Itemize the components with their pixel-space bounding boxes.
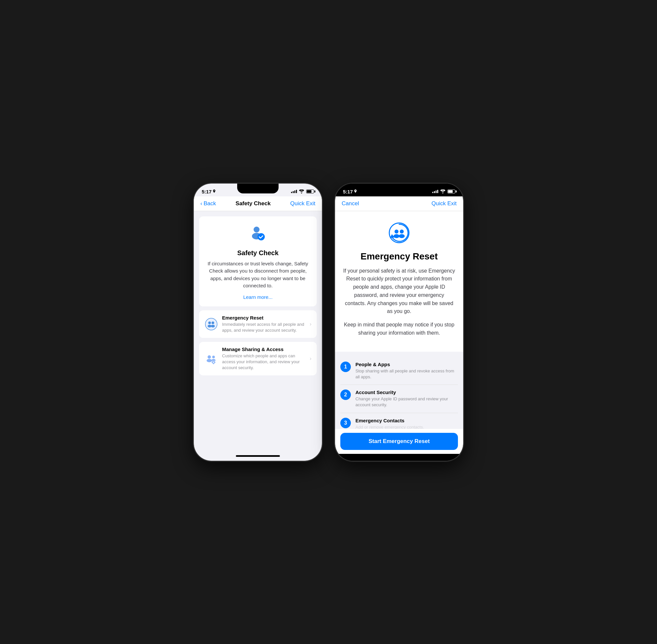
manage-sharing-card[interactable]: Manage Sharing & Access Customize which … xyxy=(199,342,317,376)
status-icons-right xyxy=(432,189,455,193)
notch-left xyxy=(237,184,278,193)
emergency-note: Keep in mind that people may notice if y… xyxy=(343,321,455,337)
hero-card: Safety Check If circumstances or trust l… xyxy=(199,216,317,306)
step-number-3: 3 xyxy=(340,418,351,428)
nav-bar-left: ‹ Back Safety Check Quick Exit xyxy=(194,197,322,211)
emergency-reset-chevron: › xyxy=(310,321,312,327)
step-item-2: 2 Account Security Change your Apple ID … xyxy=(340,385,458,413)
content-left: Safety Check If circumstances or trust l… xyxy=(194,211,322,453)
svg-point-2 xyxy=(257,233,265,240)
quick-exit-button-left[interactable]: Quick Exit xyxy=(290,200,315,207)
back-button[interactable]: ‹ Back xyxy=(200,200,216,207)
svg-rect-14 xyxy=(213,360,214,361)
steps-section: 1 People & Apps Stop sharing with all pe… xyxy=(335,352,463,429)
hero-description: If circumstances or trust levels change,… xyxy=(206,260,310,290)
svg-rect-16 xyxy=(211,362,212,363)
svg-point-9 xyxy=(207,359,212,362)
emergency-reset-icon xyxy=(204,317,218,331)
svg-point-10 xyxy=(212,356,215,358)
svg-rect-17 xyxy=(214,362,216,363)
manage-sharing-text: Manage Sharing & Access Customize which … xyxy=(222,346,306,371)
battery-icon-right xyxy=(448,189,455,193)
step-text-1: People & Apps Stop sharing with all peop… xyxy=(356,362,458,380)
svg-point-22 xyxy=(400,230,404,233)
bottom-bar: Start Emergency Reset xyxy=(335,429,463,454)
manage-sharing-chevron: › xyxy=(310,356,312,362)
emergency-description: If your personal safety is at risk, use … xyxy=(343,267,455,316)
step-number-1: 1 xyxy=(340,362,351,372)
wifi-icon-right xyxy=(440,189,446,193)
status-icons-left xyxy=(291,189,314,193)
time-left: 5:17 xyxy=(202,189,216,194)
manage-sharing-icon xyxy=(204,352,218,366)
svg-point-13 xyxy=(213,362,214,363)
home-indicator-left xyxy=(236,455,280,457)
location-icon-left xyxy=(212,189,216,193)
step-text-3: Emergency Contacts Add or remove emergen… xyxy=(356,418,424,429)
hero-title: Safety Check xyxy=(206,249,310,257)
start-emergency-reset-button[interactable]: Start Emergency Reset xyxy=(340,433,458,450)
notch-right xyxy=(379,184,420,193)
phone-right: 5:17 xyxy=(335,184,463,461)
emergency-reset-icon-large xyxy=(387,221,411,245)
emergency-reset-item[interactable]: Emergency Reset Immediately reset access… xyxy=(199,310,317,338)
signal-icon-right xyxy=(432,190,438,193)
location-icon-right xyxy=(354,189,357,193)
emergency-content: Emergency Reset If your personal safety … xyxy=(335,211,463,429)
manage-sharing-item[interactable]: Manage Sharing & Access Customize which … xyxy=(199,342,317,376)
step-item-3: 3 Emergency Contacts Add or remove emerg… xyxy=(340,413,458,429)
svg-point-18 xyxy=(389,223,409,243)
svg-point-23 xyxy=(399,234,405,238)
time-right: 5:17 xyxy=(343,189,357,194)
battery-icon-left xyxy=(306,189,314,193)
emergency-hero: Emergency Reset If your personal safety … xyxy=(335,211,463,352)
step-number-2: 2 xyxy=(340,390,351,400)
svg-rect-15 xyxy=(213,363,214,364)
svg-point-0 xyxy=(254,227,259,232)
svg-point-7 xyxy=(211,325,215,327)
nav-bar-right: Cancel Quick Exit xyxy=(335,197,463,211)
safety-check-icon xyxy=(248,224,268,244)
svg-point-4 xyxy=(208,322,211,324)
home-indicator-right xyxy=(377,457,421,458)
svg-point-21 xyxy=(393,234,400,238)
phone-left: 5:17 xyxy=(194,184,322,461)
wifi-svg-left xyxy=(299,189,304,193)
screen-left: 5:17 xyxy=(194,184,322,461)
step-item-1: 1 People & Apps Stop sharing with all pe… xyxy=(340,357,458,385)
screen-right: 5:17 xyxy=(335,184,463,461)
svg-point-20 xyxy=(394,230,399,233)
cancel-button[interactable]: Cancel xyxy=(342,200,359,207)
emergency-reset-card[interactable]: Emergency Reset Immediately reset access… xyxy=(199,310,317,338)
quick-exit-button-right[interactable]: Quick Exit xyxy=(431,200,457,207)
signal-icon-left xyxy=(291,190,297,193)
svg-point-3 xyxy=(205,318,217,330)
learn-more-link[interactable]: Learn more... xyxy=(206,294,310,300)
svg-point-8 xyxy=(208,355,211,359)
wifi-icon-left xyxy=(299,189,304,193)
emergency-title: Emergency Reset xyxy=(343,251,455,262)
step-text-2: Account Security Change your Apple ID pa… xyxy=(356,390,458,408)
emergency-reset-text: Emergency Reset Immediately reset access… xyxy=(222,315,306,333)
svg-point-6 xyxy=(211,322,214,324)
page-title-left: Safety Check xyxy=(235,200,271,207)
wifi-svg-right xyxy=(440,189,446,193)
